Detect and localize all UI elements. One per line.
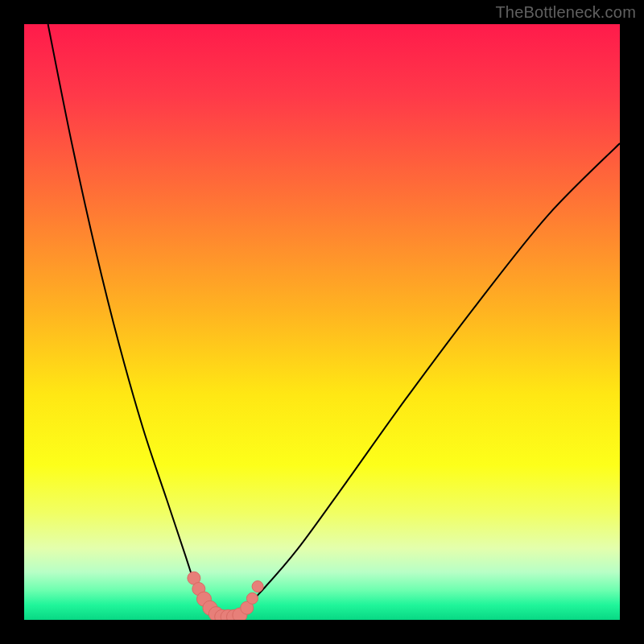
curve-layer <box>24 24 620 620</box>
chart-frame: TheBottleneck.com <box>0 0 644 644</box>
watermark-text: TheBottleneck.com <box>495 3 636 22</box>
plot-area <box>24 24 620 620</box>
marker-group <box>188 572 263 620</box>
data-marker <box>252 581 263 592</box>
left-branch-curve <box>48 24 221 620</box>
right-branch-curve <box>221 143 620 620</box>
data-marker <box>246 592 258 604</box>
